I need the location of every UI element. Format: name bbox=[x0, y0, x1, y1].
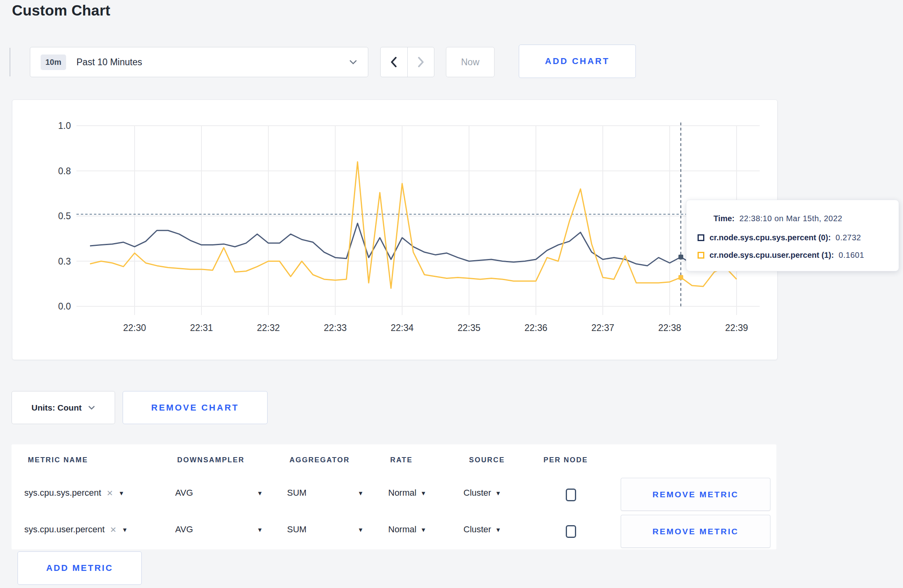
units-label: Units: Count bbox=[31, 403, 82, 413]
chevron-left-icon bbox=[391, 57, 397, 67]
chart-hover-tooltip: Time: 22:38:10 on Mar 15th, 2022 cr.node… bbox=[686, 200, 899, 271]
col-header-rate: RATE bbox=[390, 456, 412, 464]
table-row-metric-name[interactable]: sys.cpu.user.percent × ▼ bbox=[24, 524, 128, 535]
chevron-down-icon bbox=[349, 59, 358, 65]
table-row-metric-name[interactable]: sys.cpu.sys.percent × ▼ bbox=[24, 488, 124, 498]
caret-down-icon: ▼ bbox=[257, 526, 263, 533]
tooltip-series-name: cr.node.sys.cpu.sys.percent (0): bbox=[710, 233, 831, 242]
x-axis-tick-label: 22:34 bbox=[391, 323, 414, 333]
series-swatch-sys-icon bbox=[698, 234, 704, 241]
per-node-checkbox[interactable] bbox=[566, 525, 576, 538]
source-value: Cluster bbox=[463, 488, 491, 498]
y-axis-tick-label: 0.5 bbox=[58, 211, 71, 221]
now-button[interactable]: Now bbox=[446, 47, 494, 77]
per-node-checkbox[interactable] bbox=[566, 489, 576, 501]
col-header-aggregator: AGGREGATOR bbox=[289, 456, 350, 464]
caret-down-icon[interactable]: ▼ bbox=[118, 490, 124, 496]
x-axis-tick-label: 22:39 bbox=[725, 323, 748, 333]
caret-down-icon: ▼ bbox=[420, 490, 426, 496]
col-header-downsampler: DOWNSAMPLER bbox=[177, 456, 244, 464]
time-pager bbox=[380, 47, 434, 77]
metric-name-text: sys.cpu.sys.percent bbox=[24, 488, 101, 498]
caret-down-icon: ▼ bbox=[257, 490, 263, 496]
metric-name-text: sys.cpu.user.percent bbox=[24, 524, 105, 535]
x-axis-tick-label: 22:30 bbox=[123, 323, 146, 333]
tooltip-series-value: 0.2732 bbox=[836, 233, 861, 242]
remove-metric-button[interactable]: REMOVE METRIC bbox=[621, 478, 770, 511]
x-axis-tick-label: 22:36 bbox=[524, 323, 547, 333]
caret-down-icon: ▼ bbox=[495, 526, 501, 533]
hover-point-sys bbox=[678, 255, 683, 259]
add-metric-button[interactable]: ADD METRIC bbox=[18, 551, 142, 585]
y-axis-tick-label: 0.0 bbox=[58, 301, 71, 312]
rate-select[interactable]: Normal▼ bbox=[388, 488, 426, 498]
x-axis-tick-label: 22:33 bbox=[324, 323, 347, 333]
x-axis-tick-label: 22:31 bbox=[190, 323, 213, 333]
aggregator-select[interactable]: SUM▼ bbox=[287, 488, 364, 498]
source-select[interactable]: Cluster▼ bbox=[463, 524, 501, 535]
series-line-user bbox=[90, 162, 737, 288]
x-axis-tick-label: 22:35 bbox=[457, 323, 481, 333]
time-range-label: Past 10 Minutes bbox=[76, 57, 349, 68]
y-axis-tick-label: 0.3 bbox=[58, 256, 71, 267]
rate-value: Normal bbox=[388, 488, 416, 498]
remove-tag-icon[interactable]: × bbox=[105, 488, 114, 498]
page-title: Custom Chart bbox=[12, 2, 110, 19]
col-header-metric-name: METRIC NAME bbox=[28, 456, 88, 464]
timeseries-chart[interactable]: 0.00.30.50.81.022:3022:3122:3222:3322:34… bbox=[12, 99, 778, 360]
rate-value: Normal bbox=[388, 524, 416, 535]
x-axis-tick-label: 22:38 bbox=[658, 323, 681, 333]
remove-chart-button[interactable]: REMOVE CHART bbox=[123, 391, 268, 424]
series-swatch-user-icon bbox=[698, 252, 704, 259]
x-axis-tick-label: 22:37 bbox=[591, 323, 614, 333]
units-dropdown[interactable]: Units: Count bbox=[12, 391, 115, 424]
aggregator-value: SUM bbox=[287, 524, 307, 535]
time-range-dropdown[interactable]: 10m Past 10 Minutes bbox=[30, 47, 368, 77]
tooltip-series-name: cr.node.sys.cpu.user.percent (1): bbox=[710, 251, 834, 260]
rate-select[interactable]: Normal▼ bbox=[388, 524, 426, 535]
remove-metric-button[interactable]: REMOVE METRIC bbox=[621, 515, 770, 548]
caret-down-icon: ▼ bbox=[358, 526, 364, 533]
aggregator-select[interactable]: SUM▼ bbox=[287, 524, 364, 535]
downsampler-value: AVG bbox=[175, 488, 193, 498]
series-line-sys bbox=[90, 223, 748, 266]
caret-down-icon: ▼ bbox=[420, 526, 426, 533]
tooltip-series-value: 0.1601 bbox=[838, 251, 864, 260]
tooltip-time-label: Time: bbox=[713, 214, 735, 223]
tooltip-series-row: cr.node.sys.cpu.sys.percent (0): 0.2732 bbox=[698, 229, 889, 246]
tooltip-series-row: cr.node.sys.cpu.user.percent (1): 0.1601 bbox=[698, 246, 889, 264]
next-time-button[interactable] bbox=[408, 47, 434, 77]
remove-tag-icon[interactable]: × bbox=[109, 524, 118, 535]
source-select[interactable]: Cluster▼ bbox=[463, 488, 501, 498]
caret-down-icon: ▼ bbox=[495, 490, 501, 496]
y-axis-tick-label: 0.8 bbox=[58, 166, 71, 176]
caret-down-icon: ▼ bbox=[358, 490, 364, 496]
x-axis-tick-label: 22:32 bbox=[257, 323, 280, 333]
caret-down-icon[interactable]: ▼ bbox=[122, 526, 128, 533]
downsampler-value: AVG bbox=[175, 524, 193, 535]
time-range-badge: 10m bbox=[41, 55, 66, 70]
chevron-down-icon bbox=[88, 405, 95, 410]
prev-time-button[interactable] bbox=[381, 47, 408, 77]
col-header-source: SOURCE bbox=[469, 456, 505, 464]
aggregator-value: SUM bbox=[287, 488, 307, 498]
chevron-right-icon bbox=[418, 57, 424, 67]
hover-point-user bbox=[678, 275, 683, 280]
downsampler-select[interactable]: AVG▼ bbox=[175, 524, 263, 535]
add-chart-button[interactable]: ADD CHART bbox=[519, 45, 636, 78]
downsampler-select[interactable]: AVG▼ bbox=[175, 488, 263, 498]
tooltip-time-value: 22:38:10 on Mar 15th, 2022 bbox=[739, 214, 842, 223]
y-axis-tick-label: 1.0 bbox=[58, 121, 71, 131]
col-header-per-node: PER NODE bbox=[543, 456, 588, 464]
tooltip-time-row: Time: 22:38:10 on Mar 15th, 2022 bbox=[698, 210, 889, 227]
source-value: Cluster bbox=[463, 524, 491, 535]
toolbar-divider bbox=[10, 48, 10, 76]
